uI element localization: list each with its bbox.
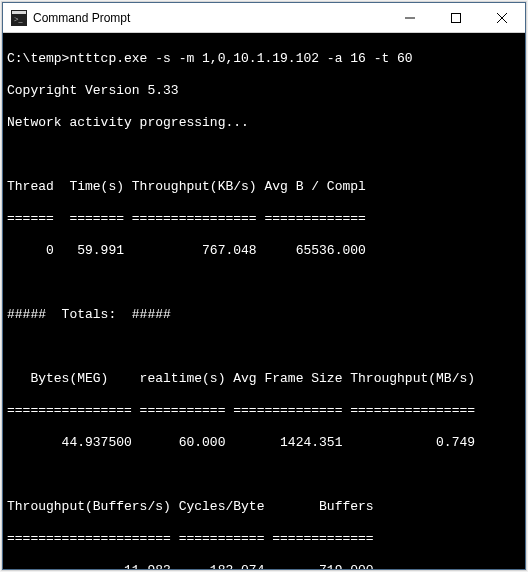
progress-line: Network activity progressing...	[7, 115, 521, 131]
maximize-button[interactable]	[433, 3, 479, 32]
command-prompt-window: >_ Command Prompt C:\temp>ntttcp.exe -s …	[2, 2, 526, 570]
titlebar[interactable]: >_ Command Prompt	[3, 3, 525, 33]
window-title: Command Prompt	[33, 11, 387, 25]
totals-header: ##### Totals: #####	[7, 307, 521, 323]
svg-text:>_: >_	[14, 15, 24, 24]
thread-row: 0 59.991 767.048 65536.000	[7, 243, 521, 259]
totals1-header: Bytes(MEG) realtime(s) Avg Frame Size Th…	[7, 371, 521, 387]
totals2-header: Throughput(Buffers/s) Cycles/Byte Buffer…	[7, 499, 521, 515]
thread-header: Thread Time(s) Throughput(KB/s) Avg B / …	[7, 179, 521, 195]
titlebar-buttons	[387, 3, 525, 32]
totals1-sep: ================ =========== ===========…	[7, 403, 521, 419]
close-button[interactable]	[479, 3, 525, 32]
svg-rect-4	[452, 13, 461, 22]
command-prompt-icon: >_	[11, 10, 27, 26]
minimize-button[interactable]	[387, 3, 433, 32]
totals1-row: 44.937500 60.000 1424.351 0.749	[7, 435, 521, 451]
command-line: C:\temp>ntttcp.exe -s -m 1,0,10.1.19.102…	[7, 51, 521, 67]
totals2-row: 11.983 183.074 719.000	[7, 563, 521, 569]
thread-sep: ====== ======= ================ ========…	[7, 211, 521, 227]
terminal-output[interactable]: C:\temp>ntttcp.exe -s -m 1,0,10.1.19.102…	[3, 33, 525, 569]
totals2-sep: ===================== =========== ======…	[7, 531, 521, 547]
svg-rect-1	[12, 11, 26, 14]
copyright-line: Copyright Version 5.33	[7, 83, 521, 99]
